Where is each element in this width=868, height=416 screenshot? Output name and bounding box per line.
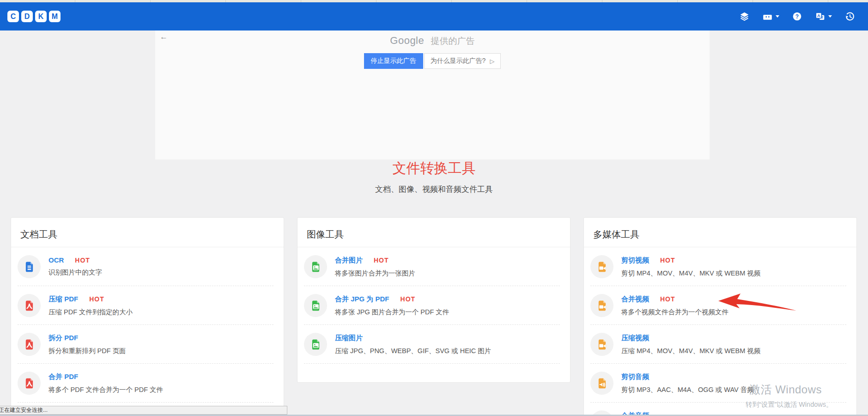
caret-down-icon [828,15,832,18]
navbar-actions: ? A [739,11,855,22]
tool-item[interactable]: 合并 PDF 将多个 PDF 文件合并为一个 PDF 文件 [18,364,273,403]
pdf-file-icon [18,294,41,317]
windows-activation-watermark: 激活 Windows 转到“设置”以激活 Windows。 [746,382,833,409]
page: C D K M ? A ← [0,0,868,416]
page-title: 文件转换工具 [0,159,868,178]
svg-text:A: A [817,13,820,18]
ad-provider-line: Google 提供的广告 [155,35,710,47]
back-arrow-icon[interactable]: ← [160,32,168,42]
stop-ad-button[interactable]: 停止显示此广告 [364,53,423,69]
hot-badge: HOT [89,295,104,303]
tool-item[interactable]: 合并视频 HOT 将多个视频文件合并为一个视频文件 [590,286,846,325]
google-logo-text: Google [390,35,424,46]
google-ad: ← Google 提供的广告 停止显示此广告 为什么显示此广告? ▷ [155,31,710,159]
doc-file-icon [18,255,41,278]
hot-badge: HOT [75,257,90,264]
hot-badge: HOT [401,295,416,303]
ad-buttons-row: 停止显示此广告 为什么显示此广告? ▷ [155,53,710,69]
tool-link[interactable]: 合并图片 [335,256,363,265]
caret-down-icon [776,15,779,18]
image-file-icon [304,294,327,317]
watermark-line2: 转到“设置”以激活 Windows。 [746,400,833,409]
logo-letter-m: M [49,11,61,22]
help-icon[interactable]: ? [792,11,802,22]
tool-item[interactable]: 拆分 PDF 拆分和重新排列 PDF 页面 [18,325,273,364]
audio-file-icon [590,372,613,395]
tool-description: 剪切 MP3、AAC、M4A、OGG 或 WAV 音频 [621,385,754,394]
image-file-icon [304,333,327,356]
page-subtitle: 文档、图像、视频和音频文件工具 [0,184,868,195]
why-ad-label: 为什么显示此广告? [431,57,486,65]
video-file-icon [590,333,613,356]
tool-list: OCR HOT 识别图片中的文字 压缩 PDF HOT 压缩 PDF 文件到指定… [11,247,284,403]
tool-link[interactable]: 压缩 PDF [49,295,78,304]
ad-provider-label: 提供的广告 [431,36,475,46]
hot-badge: HOT [374,257,389,264]
tool-item[interactable]: OCR HOT 识别图片中的文字 [18,247,273,286]
toolbox-icon[interactable] [762,11,779,22]
tool-link[interactable]: 合并视频 [621,295,649,304]
card-document-tools: 文档工具 OCR HOT 识别图片中的文字 压缩 PDF HOT 压缩 PDF … [11,217,284,416]
tool-item[interactable]: 合并图片 HOT 将多张图片合并为一张图片 [304,247,560,286]
card-title: 图像工具 [297,218,570,247]
logo-letter-k: K [35,11,47,22]
tool-item[interactable]: 压缩图片 压缩 JPG、PNG、WEBP、GIF、SVG 或 HEIC 图片 [304,325,560,364]
why-ad-button[interactable]: 为什么显示此广告? ▷ [424,53,501,69]
logo-letter-d: D [21,11,33,22]
tool-description: 拆分和重新排列 PDF 页面 [49,347,126,355]
hero: 文件转换工具 文档、图像、视频和音频文件工具 [0,159,868,195]
logo[interactable]: C D K M [7,11,61,22]
image-file-icon [304,255,327,278]
status-bar: 正在建立安全连接... [0,406,287,415]
tool-link[interactable]: 合并 PDF [49,373,78,381]
tool-link[interactable]: 剪切视频 [621,256,649,265]
tool-item[interactable]: 剪切视频 HOT 剪切 MP4、MOV、M4V、MKV 或 WEBM 视频 [590,247,846,286]
watermark-line1: 激活 Windows [746,382,833,397]
tool-link[interactable]: 拆分 PDF [49,334,78,343]
adchoices-icon: ▷ [490,58,494,65]
hot-badge: HOT [660,295,675,303]
tool-description: 将多张 JPG 图片合并为一个 PDF 文件 [335,308,449,317]
hot-badge: HOT [660,257,675,264]
navbar: C D K M ? A [0,2,868,31]
tool-item[interactable]: 压缩 PDF HOT 压缩 PDF 文件到指定的大小 [18,286,273,325]
tool-link[interactable]: 压缩视频 [621,334,649,343]
svg-text:?: ? [795,13,799,20]
tool-columns: 文档工具 OCR HOT 识别图片中的文字 压缩 PDF HOT 压缩 PDF … [11,217,857,416]
tool-description: 剪切 MP4、MOV、M4V、MKV 或 WEBM 视频 [621,269,760,278]
tool-link[interactable]: 压缩图片 [335,334,363,343]
translate-icon[interactable]: A [815,11,832,22]
tool-description: 识别图片中的文字 [49,268,102,277]
tool-link[interactable]: 合并 JPG 为 PDF [335,295,389,304]
card-title: 多媒体工具 [584,218,856,247]
video-file-icon [590,294,613,317]
tool-description: 压缩 MP4、MOV、M4V、MKV 或 WEBM 视频 [621,347,760,355]
video-file-icon [590,255,613,278]
tool-description: 压缩 JPG、PNG、WEBP、GIF、SVG 或 HEIC 图片 [335,347,491,355]
tool-item[interactable]: 合并 JPG 为 PDF HOT 将多张 JPG 图片合并为一个 PDF 文件 [304,286,560,325]
tool-description: 将多个 PDF 文件合并为一个 PDF 文件 [49,385,163,394]
pdf-file-icon [18,372,41,395]
layers-icon[interactable] [739,11,750,22]
tool-description: 压缩 PDF 文件到指定的大小 [49,308,133,317]
logo-letter-c: C [7,11,19,22]
card-image-tools: 图像工具 合并图片 HOT 将多张图片合并为一张图片 合并 JPG 为 PDF … [297,217,571,383]
history-icon[interactable] [844,11,855,22]
pdf-file-icon [18,333,41,356]
tool-link[interactable]: OCR [49,256,64,264]
tool-link[interactable]: 剪切音频 [621,373,649,381]
tool-item[interactable]: 压缩视频 压缩 MP4、MOV、M4V、MKV 或 WEBM 视频 [590,325,846,364]
card-title: 文档工具 [11,218,284,247]
tool-list: 合并图片 HOT 将多张图片合并为一张图片 合并 JPG 为 PDF HOT 将… [297,247,570,364]
tool-description: 将多张图片合并为一张图片 [335,269,415,278]
tool-description: 将多个视频文件合并为一个视频文件 [621,308,728,317]
